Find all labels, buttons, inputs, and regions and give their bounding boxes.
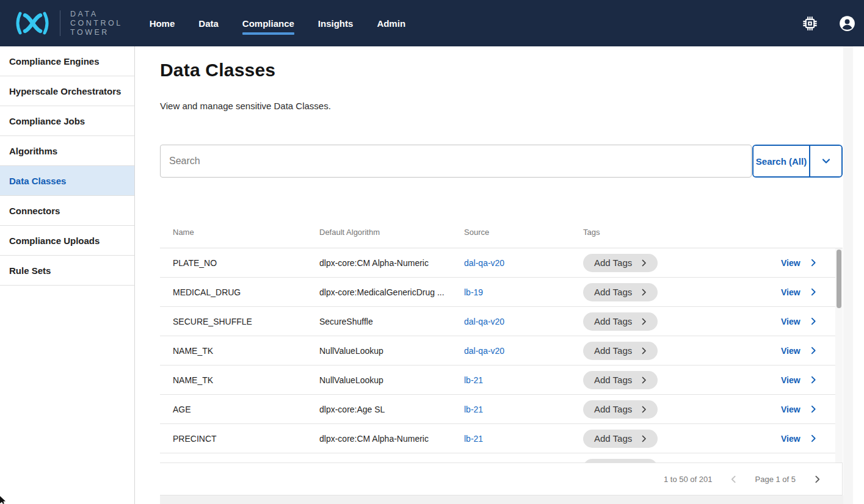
data-class-name: MEDICAL_DRUG — [173, 287, 319, 297]
sidebar-item-label: Connectors — [9, 206, 60, 216]
engine-chip-icon[interactable] — [802, 15, 818, 32]
main-content: Data Classes View and manage sensitive D… — [135, 46, 864, 504]
view-label: View — [781, 258, 800, 268]
default-algorithm: NullValueLookup — [319, 346, 464, 356]
search-input[interactable] — [160, 145, 752, 178]
add-tags-label: Add Tags — [594, 257, 632, 268]
table-row-plate-no: PLATE_NO dlpx-core:CM Alpha-Numeric dal-… — [160, 248, 835, 278]
account-icon[interactable] — [839, 15, 855, 32]
column-header-source: Source — [464, 228, 583, 237]
chevron-right-icon — [810, 317, 818, 325]
chevron-right-icon — [641, 406, 648, 413]
source-link[interactable]: lb-21 — [464, 405, 483, 414]
table-scrollbar-thumb[interactable] — [837, 250, 841, 308]
brand-text: DATA CONTROL TOWER — [70, 10, 123, 37]
add-tags-label: Add Tags — [594, 433, 632, 444]
add-tags-button[interactable]: Add Tags — [583, 312, 658, 331]
nav-tab-home[interactable]: Home — [150, 0, 175, 46]
search-options-chevron-button[interactable] — [810, 146, 841, 176]
column-header-default-algorithm: Default Algorithm — [319, 228, 464, 237]
nav-tab-label: Compliance — [242, 18, 294, 29]
add-tags-label: Add Tags — [594, 345, 632, 356]
nav-tab-admin[interactable]: Admin — [377, 0, 405, 46]
add-tags-button[interactable]: Add Tags — [583, 371, 658, 389]
sidebar-item-compliance-uploads[interactable]: Compliance Uploads — [0, 226, 134, 256]
add-tags-button[interactable]: Add Tags — [583, 400, 658, 419]
add-tags-button[interactable]: Add Tags — [583, 254, 658, 272]
default-algorithm: SecureShuffle — [319, 317, 464, 326]
sidebar-item-connectors[interactable]: Connectors — [0, 196, 134, 226]
sidebar-item-label: Compliance Engines — [9, 56, 100, 67]
add-tags-label: Add Tags — [594, 404, 632, 414]
search-row: Search (All) — [160, 145, 843, 178]
sidebar-item-rule-sets[interactable]: Rule Sets — [0, 256, 134, 286]
source-link[interactable]: lb-19 — [464, 287, 483, 297]
page-scrollbar[interactable] — [843, 46, 853, 504]
nav-tab-compliance[interactable]: Compliance — [242, 0, 294, 46]
default-algorithm: dlpx-core:CM Alpha-Numeric — [319, 258, 464, 268]
sidebar-item-algorithms[interactable]: Algorithms — [0, 136, 134, 166]
sidebar-item-compliance-jobs[interactable]: Compliance Jobs — [0, 106, 134, 136]
page-subtitle: View and manage sensitive Data Classes. — [160, 101, 331, 111]
view-button[interactable]: View — [781, 434, 835, 444]
chevron-right-icon — [810, 288, 818, 296]
table-row-secure-shuffle: SECURE_SHUFFLE SecureShuffle dal-qa-v20 … — [160, 307, 835, 336]
add-tags-button[interactable]: Add Tags — [583, 342, 658, 360]
chevron-right-icon — [810, 259, 818, 267]
table-row-medical-drug: MEDICAL_DRUG dlpx-core:MedicalGenericDru… — [160, 278, 835, 307]
default-algorithm: NullValueLookup — [319, 375, 464, 385]
default-algorithm: dlpx-core:Age SL — [319, 405, 464, 414]
nav-tab-label: Insights — [318, 18, 354, 29]
view-button[interactable]: View — [781, 258, 835, 268]
view-label: View — [781, 287, 800, 297]
sidebar-item-label: Algorithms — [9, 146, 57, 156]
sidebar-item-compliance-engines[interactable]: Compliance Engines — [0, 46, 134, 76]
main-nav: Home Data Compliance Insights Admin — [150, 0, 405, 46]
add-tags-button[interactable]: Add Tags — [583, 430, 658, 448]
page-title: Data Classes — [160, 60, 275, 81]
mouse-cursor — [0, 496, 7, 504]
source-link[interactable]: lb-21 — [464, 375, 483, 385]
view-label: View — [781, 346, 800, 356]
source-link[interactable]: dal-qa-v20 — [464, 317, 504, 326]
source-link[interactable]: dal-qa-v20 — [464, 346, 504, 356]
previous-page-button[interactable] — [728, 473, 739, 484]
view-button[interactable]: View — [781, 287, 835, 297]
table-header-row: Name Default Algorithm Source Tags — [160, 217, 843, 248]
horizontal-scrollbar[interactable] — [160, 495, 852, 504]
chevron-right-icon — [641, 347, 648, 355]
table-scrollbar[interactable] — [835, 248, 843, 463]
view-button[interactable]: View — [781, 317, 835, 326]
view-button[interactable]: View — [781, 375, 835, 385]
sidebar-item-data-classes[interactable]: Data Classes — [0, 166, 134, 196]
add-tags-label: Add Tags — [594, 287, 632, 297]
sidebar-item-label: Hyperscale Orchestrators — [9, 86, 121, 96]
table-row-partial: Add Tags — [160, 453, 835, 463]
pagination-range: 1 to 50 of 201 — [664, 475, 713, 484]
data-class-name: SECURE_SHUFFLE — [173, 317, 319, 326]
chevron-left-icon — [730, 475, 737, 483]
chevron-right-icon — [641, 435, 648, 442]
nav-tab-data[interactable]: Data — [198, 0, 219, 46]
data-class-name: AGE — [173, 405, 319, 414]
sidebar-item-label: Compliance Jobs — [9, 116, 85, 126]
add-tags-button[interactable]: Add Tags — [583, 283, 658, 301]
source-link[interactable]: dal-qa-v20 — [464, 258, 504, 268]
add-tags-label: Add Tags — [594, 316, 632, 326]
chevron-down-icon — [821, 156, 832, 167]
chevron-right-icon — [810, 376, 818, 384]
view-label: View — [781, 405, 800, 414]
view-label: View — [781, 434, 800, 444]
sidebar-item-hyperscale-orchestrators[interactable]: Hyperscale Orchestrators — [0, 76, 134, 106]
add-tags-label: Add Tags — [594, 375, 632, 385]
pagination-page: Page 1 of 5 — [755, 475, 796, 484]
view-button[interactable]: View — [781, 346, 835, 356]
nav-tab-insights[interactable]: Insights — [318, 0, 354, 46]
column-header-tags: Tags — [583, 228, 781, 237]
data-class-name: PLATE_NO — [173, 258, 319, 268]
next-page-button[interactable] — [811, 473, 822, 484]
table-row-name-tk: NAME_TK NullValueLookup lb-21 Add Tags — [160, 365, 835, 395]
view-button[interactable]: View — [781, 405, 835, 414]
search-all-button[interactable]: Search (All) — [753, 146, 810, 176]
source-link[interactable]: lb-21 — [464, 434, 483, 444]
